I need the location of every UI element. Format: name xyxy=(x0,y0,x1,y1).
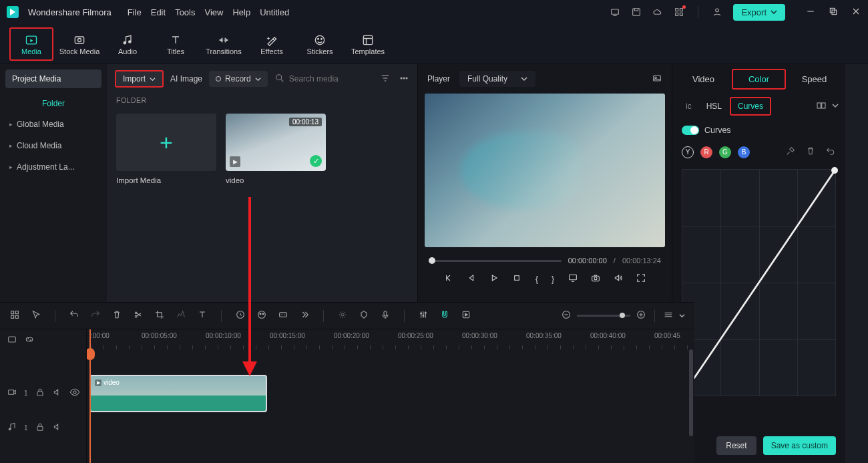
step-back-icon[interactable] xyxy=(466,273,477,285)
sidebar-item-global-media[interactable]: Global Media xyxy=(0,114,107,135)
stop-icon[interactable] xyxy=(511,273,522,285)
zoom-in-icon[interactable] xyxy=(636,309,646,322)
media-thumb-video[interactable]: 00:00:13 ▶ ✓ video xyxy=(226,114,326,184)
tab-stock-media[interactable]: Stock Media xyxy=(57,27,101,61)
tl-caption-icon[interactable] xyxy=(278,309,288,322)
curves-toggle[interactable] xyxy=(682,126,699,135)
search-input[interactable] xyxy=(289,74,363,84)
tl-undo-icon[interactable] xyxy=(69,309,79,322)
tl-speed-icon[interactable] xyxy=(235,309,246,322)
tl-marker-icon[interactable] xyxy=(359,309,369,322)
tl-auto-icon[interactable] xyxy=(337,309,348,322)
curve-point-end[interactable] xyxy=(831,167,838,174)
filter-icon[interactable] xyxy=(380,73,391,86)
cloud-icon[interactable] xyxy=(652,7,663,17)
account-icon[interactable] xyxy=(712,7,722,17)
record-button[interactable]: Record xyxy=(209,71,268,87)
tab-transitions[interactable]: Transitions xyxy=(202,27,246,61)
tl-redo-icon[interactable] xyxy=(90,309,101,322)
tl-speed-ramp-icon[interactable] xyxy=(176,309,186,322)
seek-slider[interactable] xyxy=(429,260,562,262)
menu-edit[interactable]: Edit xyxy=(151,7,166,17)
import-media-tile[interactable]: + Import Media xyxy=(116,114,216,184)
tl-link-icon[interactable] xyxy=(24,334,35,347)
tl-magnet-icon[interactable] xyxy=(439,309,450,322)
window-close-icon[interactable] xyxy=(851,6,861,19)
tab-video-right[interactable]: Video xyxy=(678,70,729,88)
tab-effects[interactable]: Effects xyxy=(250,27,294,61)
channel-red[interactable]: R xyxy=(700,146,712,158)
timeline-scrollbar[interactable] xyxy=(689,349,693,436)
subtab-ic[interactable]: ic xyxy=(679,98,698,114)
compare-view-icon[interactable] xyxy=(816,100,827,113)
tl-select-icon[interactable] xyxy=(31,309,41,322)
timeline-clip[interactable]: ▶video xyxy=(89,375,267,412)
sidebar-item-adjustment-layer[interactable]: Adjustment La... xyxy=(0,156,107,178)
tab-color-right[interactable]: Color xyxy=(732,69,786,90)
quality-dropdown[interactable]: Full Quality xyxy=(459,71,535,87)
fullscreen-icon[interactable] xyxy=(636,273,646,285)
subtab-curves[interactable]: Curves xyxy=(730,97,771,116)
tl-delete-icon[interactable] xyxy=(112,309,122,322)
mark-out-icon[interactable]: } xyxy=(552,275,554,284)
volume-icon[interactable] xyxy=(613,273,624,285)
tl-mic-icon[interactable] xyxy=(380,309,391,322)
export-button[interactable]: Export xyxy=(733,4,785,21)
tab-titles[interactable]: Titles xyxy=(154,27,198,61)
track-mute-icon[interactable] xyxy=(52,387,63,400)
tl-crop-icon[interactable] xyxy=(154,309,165,322)
play-icon[interactable] xyxy=(489,273,499,285)
snapshot-icon[interactable] xyxy=(652,73,662,86)
chevron-down-icon[interactable] xyxy=(832,102,839,111)
more-icon[interactable] xyxy=(399,73,409,86)
reset-button[interactable]: Reset xyxy=(716,436,756,455)
menu-help[interactable]: Help xyxy=(232,7,250,17)
save-custom-button[interactable]: Save as custom xyxy=(763,436,836,455)
tl-render-icon[interactable] xyxy=(461,309,471,322)
save-icon[interactable] xyxy=(631,7,642,17)
menu-file[interactable]: File xyxy=(128,7,142,17)
menu-tools[interactable]: Tools xyxy=(175,7,195,17)
eyedropper-icon[interactable] xyxy=(785,146,796,158)
channel-green[interactable]: G xyxy=(719,146,731,158)
tl-more-tools-icon[interactable] xyxy=(299,309,310,322)
curves-graph[interactable] xyxy=(682,169,836,396)
import-button[interactable]: Import xyxy=(115,70,164,88)
window-minimize-icon[interactable] xyxy=(805,6,816,19)
tl-view-icon[interactable] xyxy=(663,309,674,322)
tab-speed-right[interactable]: Speed xyxy=(789,70,840,88)
tl-lock-all-icon[interactable] xyxy=(7,334,17,347)
tab-media[interactable]: Media xyxy=(9,27,53,61)
timeline-ruler[interactable]: :00:00 00:00:05:00 00:00:10:00 00:00:15:… xyxy=(87,329,694,349)
folder-label[interactable]: Folder xyxy=(0,94,107,114)
menu-view[interactable]: View xyxy=(204,7,223,17)
subtab-hsl[interactable]: HSL xyxy=(700,98,728,114)
apps-icon[interactable] xyxy=(674,7,684,17)
tl-color-icon[interactable] xyxy=(256,309,267,322)
zoom-out-icon[interactable] xyxy=(561,309,572,322)
tl-mixer-icon[interactable] xyxy=(418,309,429,322)
channel-blue[interactable]: B xyxy=(738,146,750,158)
ai-image-button[interactable]: AI Image xyxy=(170,74,202,84)
audio-lock-icon[interactable] xyxy=(35,422,45,434)
tab-stickers[interactable]: Stickers xyxy=(298,27,342,61)
track-visible-icon[interactable] xyxy=(69,387,80,400)
playhead[interactable] xyxy=(89,329,91,463)
prev-frame-icon[interactable] xyxy=(443,273,454,285)
zoom-slider[interactable] xyxy=(577,315,630,317)
tl-grid-icon[interactable] xyxy=(9,309,20,322)
camera-icon[interactable] xyxy=(590,273,601,285)
audio-mute-icon[interactable] xyxy=(52,422,63,434)
window-maximize-icon[interactable] xyxy=(828,6,839,19)
display-icon[interactable] xyxy=(568,273,578,285)
channel-luma[interactable]: Y xyxy=(682,146,694,158)
tl-text-icon[interactable] xyxy=(197,309,208,322)
device-icon[interactable] xyxy=(610,7,620,17)
mark-in-icon[interactable]: { xyxy=(535,275,538,284)
undo-icon[interactable] xyxy=(825,146,836,158)
delete-icon[interactable] xyxy=(805,146,816,158)
project-media-heading[interactable]: Project Media xyxy=(5,69,101,88)
tab-templates[interactable]: Templates xyxy=(346,27,390,61)
tab-audio[interactable]: Audio xyxy=(105,27,150,61)
sidebar-item-cloud-media[interactable]: Cloud Media xyxy=(0,135,107,156)
